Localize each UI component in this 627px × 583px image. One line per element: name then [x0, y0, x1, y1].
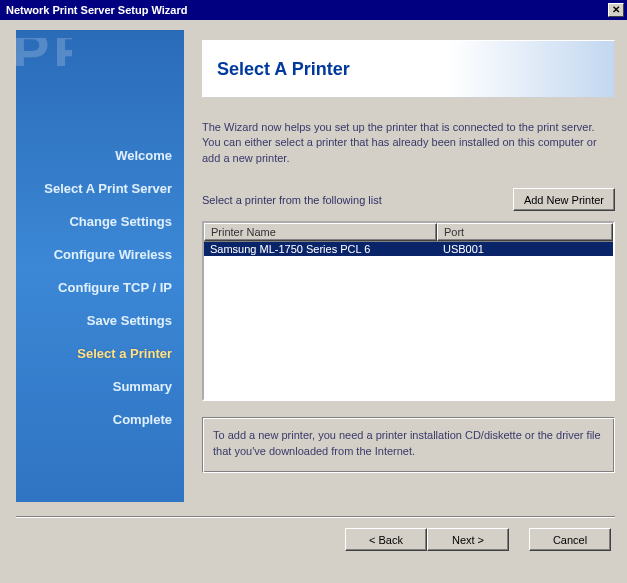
sidebar-item-welcome: Welcome — [16, 148, 172, 163]
add-new-printer-button[interactable]: Add New Printer — [513, 188, 615, 211]
wizard-footer: < Back Next > Cancel — [16, 528, 615, 551]
main-panel: Select A Printer The Wizard now helps yo… — [202, 30, 615, 502]
sidebar-item-configure-wireless: Configure Wireless — [16, 247, 172, 262]
sidebar-watermark: PRIN — [12, 38, 72, 66]
hint-box: To add a new printer, you need a printer… — [202, 417, 615, 473]
printer-listview[interactable]: Printer Name Port Samsung ML-1750 Series… — [202, 221, 615, 401]
window-title: Network Print Server Setup Wizard — [6, 4, 187, 16]
printer-row[interactable]: Samsung ML-1750 Series PCL 6USB001 — [204, 242, 613, 256]
sidebar-item-select-a-printer: Select a Printer — [16, 346, 172, 361]
titlebar: Network Print Server Setup Wizard ✕ — [0, 0, 627, 20]
next-button[interactable]: Next > — [427, 528, 509, 551]
printer-port-cell: USB001 — [437, 242, 613, 256]
close-button[interactable]: ✕ — [608, 3, 624, 17]
page-title: Select A Printer — [217, 59, 350, 80]
sidebar-item-summary: Summary — [16, 379, 172, 394]
back-button[interactable]: < Back — [345, 528, 427, 551]
column-port[interactable]: Port — [437, 223, 613, 241]
cancel-button[interactable]: Cancel — [529, 528, 611, 551]
wizard-sidebar: PRIN WelcomeSelect A Print ServerChange … — [16, 30, 184, 502]
sidebar-item-save-settings: Save Settings — [16, 313, 172, 328]
printer-name-cell: Samsung ML-1750 Series PCL 6 — [204, 242, 437, 256]
printer-list-label: Select a printer from the following list — [202, 194, 382, 206]
sidebar-item-complete: Complete — [16, 412, 172, 427]
footer-divider — [16, 516, 615, 518]
column-printer-name[interactable]: Printer Name — [204, 223, 437, 241]
listview-header: Printer Name Port — [204, 223, 613, 242]
heading-banner: Select A Printer — [202, 40, 615, 98]
wizard-description: The Wizard now helps you set up the prin… — [202, 120, 615, 166]
sidebar-item-change-settings: Change Settings — [16, 214, 172, 229]
sidebar-item-configure-tcp-ip: Configure TCP / IP — [16, 280, 172, 295]
sidebar-item-select-a-print-server: Select A Print Server — [16, 181, 172, 196]
